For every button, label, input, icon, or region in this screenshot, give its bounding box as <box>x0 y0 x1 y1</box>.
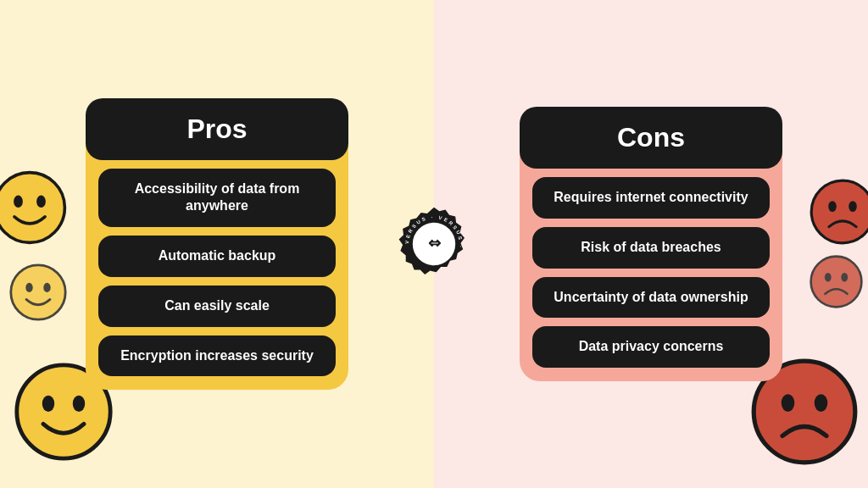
svg-point-10 <box>828 201 837 212</box>
svg-point-3 <box>11 265 65 319</box>
pros-item-4: Encryption increases security <box>98 336 336 377</box>
versus-badge-svg: ⇔ VERSUS · VERSUS · ~ <box>396 206 472 282</box>
svg-point-2 <box>36 196 46 208</box>
cons-item-4: Data privacy concerns <box>532 326 770 368</box>
pros-title: Pros <box>186 114 247 144</box>
svg-point-17 <box>815 394 828 412</box>
svg-point-5 <box>43 283 50 292</box>
sad-smiley-2 <box>809 254 864 309</box>
cons-item-2-text: Risk of data breaches <box>581 240 721 254</box>
cons-item-1-text: Requires internet connectivity <box>554 190 748 204</box>
svg-point-8 <box>73 396 85 412</box>
svg-point-9 <box>811 180 868 243</box>
pros-item-4-text: Encryption increases security <box>120 348 314 363</box>
left-panel: Pros Accessibility of data from anywhere… <box>0 0 434 488</box>
versus-badge: ⇔ VERSUS · VERSUS · ~ <box>396 206 472 282</box>
pros-item-1-text: Accessibility of data from anywhere <box>135 181 300 214</box>
cons-header: Cons <box>520 107 782 169</box>
pros-card: Pros Accessibility of data from anywhere… <box>86 98 348 391</box>
happy-smiley-2 <box>8 263 68 322</box>
svg-point-7 <box>42 396 54 412</box>
happy-smiley-1 <box>0 169 68 246</box>
pros-header: Pros <box>86 98 348 160</box>
pros-item-3-text: Can easily scale <box>164 298 270 313</box>
cons-item-3: Uncertainty of data ownership <box>532 277 770 319</box>
pros-item-1: Accessibility of data from anywhere <box>98 169 336 228</box>
svg-text:⇔: ⇔ <box>428 235 441 252</box>
svg-point-0 <box>0 173 64 243</box>
cons-item-3-text: Uncertainty of data ownership <box>554 290 748 304</box>
pros-item-2-text: Automatic backup <box>159 248 276 263</box>
cons-item-1: Requires internet connectivity <box>532 177 770 219</box>
svg-point-13 <box>825 273 832 281</box>
svg-point-12 <box>811 257 862 308</box>
svg-point-16 <box>782 394 795 412</box>
pros-item-3: Can easily scale <box>98 286 336 327</box>
cons-item-2: Risk of data breaches <box>532 227 770 269</box>
svg-point-14 <box>841 273 848 281</box>
cons-card: Cons Requires internet connectivity Risk… <box>520 107 782 381</box>
sad-smiley-1 <box>809 178 868 246</box>
svg-point-4 <box>25 283 32 292</box>
cons-item-4-text: Data privacy concerns <box>579 339 724 353</box>
cons-title: Cons <box>617 122 685 152</box>
svg-point-1 <box>14 196 23 208</box>
right-panel: Cons Requires internet connectivity Risk… <box>434 0 868 488</box>
svg-point-11 <box>849 201 857 212</box>
pros-item-2: Automatic backup <box>98 236 336 277</box>
